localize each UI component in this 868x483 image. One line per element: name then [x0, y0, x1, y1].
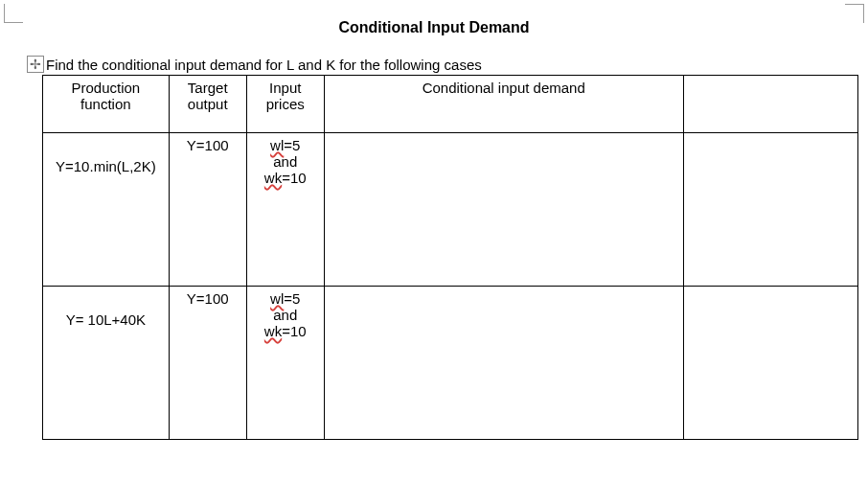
demand-table: Production function Target output Input …	[42, 75, 858, 440]
header-prices: Input prices	[246, 76, 324, 133]
header-target: Target output	[169, 76, 246, 133]
cell-prices: wl=5 and wk=10	[246, 133, 324, 287]
cell-prices: wl=5 and wk=10	[246, 287, 324, 440]
cell-target: Y=100	[169, 133, 246, 287]
cell-extra	[683, 133, 857, 287]
header-extra	[683, 76, 857, 133]
cell-production: Y=10.min(L,2K)	[43, 133, 170, 287]
table-row: Y=10.min(L,2K) Y=100 wl=5 and wk=10	[43, 133, 858, 287]
header-production: Production function	[43, 76, 170, 133]
cell-demand	[324, 133, 683, 287]
intro-text: Find the conditional input demand for L …	[46, 57, 482, 73]
cell-production: Y= 10L+40K	[43, 287, 170, 440]
table-anchor-icon[interactable]: ✢	[27, 56, 44, 73]
crop-mark-top-right	[845, 4, 864, 23]
table-row: Y= 10L+40K Y=100 wl=5 and wk=10	[43, 287, 858, 440]
cell-extra	[683, 287, 857, 440]
page-title: Conditional Input Demand	[27, 19, 841, 36]
cell-demand	[324, 287, 683, 440]
cell-target: Y=100	[169, 287, 246, 440]
table-header-row: Production function Target output Input …	[43, 76, 858, 133]
header-demand: Conditional input demand	[324, 76, 683, 133]
crop-mark-top-left	[4, 4, 23, 23]
